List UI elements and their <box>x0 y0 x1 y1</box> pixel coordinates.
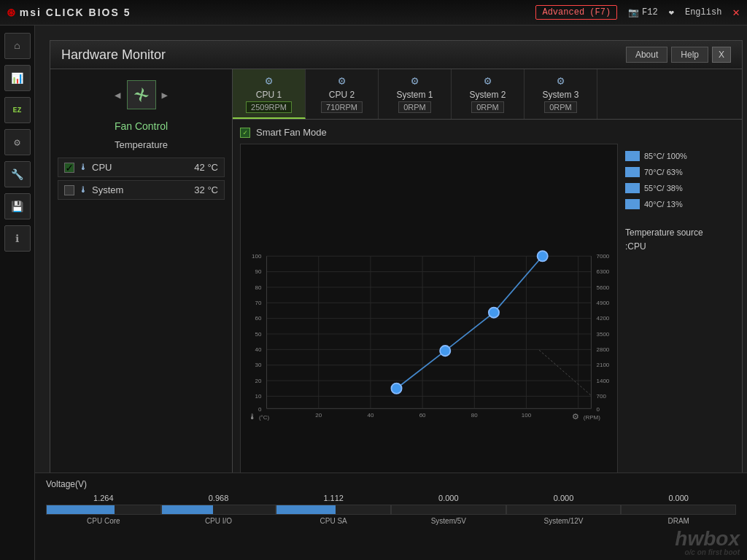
fan-tab-sys2[interactable]: ⚙ System 2 0RPM <box>452 69 525 119</box>
legend-item-3: 55°C/ 38% <box>625 183 735 193</box>
nav-next-icon[interactable]: ▶ <box>162 89 168 101</box>
svg-text:(RPM): (RPM) <box>584 414 600 421</box>
system-temp-checkbox[interactable] <box>64 185 74 195</box>
cpu-temp-value: 42 °C <box>194 162 218 173</box>
advanced-button[interactable]: Advanced (F7) <box>535 5 617 20</box>
cpu-sa-value: 1.112 <box>323 494 344 502</box>
cpu-temp-checkbox[interactable]: ✓ <box>64 163 74 173</box>
svg-text:50: 50 <box>255 331 262 338</box>
svg-text:(°C): (°C) <box>259 414 270 421</box>
smart-fan-checkbox[interactable]: ✓ <box>240 128 250 138</box>
cpu-core-bar <box>46 505 161 515</box>
svg-text:100: 100 <box>522 412 532 419</box>
cpu-io-fill <box>162 505 213 514</box>
temperature-source: Temperature source :CPU <box>625 226 735 254</box>
svg-point-44 <box>440 346 450 356</box>
cpu-io-bar <box>161 505 276 515</box>
fan-tabs: ⚙ CPU 1 2509RPM ⚙ CPU 2 710RPM ⚙ System … <box>233 69 742 120</box>
system-temp-row: 🌡 System 32 °C <box>58 180 225 200</box>
voltage-section: Voltage(V) 1.264 CPU Core 0.968 CPU I/O … <box>35 472 747 560</box>
svg-text:2800: 2800 <box>597 346 610 353</box>
camera-icon: 📷 <box>628 7 639 18</box>
temp-source-label: Temperature source <box>625 228 703 238</box>
voltage-sys5v: 0.000 System/5V <box>391 494 506 525</box>
close-top-button[interactable]: ✕ <box>732 5 740 20</box>
cpu-core-value: 1.264 <box>93 494 114 502</box>
legend-text-3: 55°C/ 38% <box>644 184 683 192</box>
smart-fan-label: Smart Fan Mode <box>256 127 327 138</box>
svg-text:3500: 3500 <box>597 331 610 338</box>
svg-text:40: 40 <box>255 346 262 353</box>
logo-text: msi CLICK BIOS 5 <box>20 7 131 18</box>
legend-color-4 <box>625 199 640 209</box>
fan-tab-cpu2[interactable]: ⚙ CPU 2 710RPM <box>306 69 379 119</box>
voltage-cpu-sa: 1.112 CPU SA <box>276 494 391 525</box>
sidebar-ez-icon[interactable]: EZ <box>4 97 31 123</box>
sys2-fan-icon: ⚙ <box>484 74 492 88</box>
svg-text:1400: 1400 <box>597 378 610 384</box>
sidebar-save-icon[interactable]: 💾 <box>4 193 31 219</box>
cpu-sa-label: CPU SA <box>320 517 347 525</box>
svg-text:4900: 4900 <box>597 300 610 306</box>
svg-point-45 <box>489 308 499 318</box>
cpu-temp-icon: 🌡 <box>79 162 88 173</box>
sys12v-value: 0.000 <box>554 494 574 502</box>
nav-prev-icon[interactable]: ◀ <box>115 89 120 101</box>
svg-text:40: 40 <box>367 412 374 419</box>
about-button[interactable]: About <box>626 47 667 63</box>
sidebar-home-icon[interactable]: ⌂ <box>4 33 31 59</box>
svg-text:90: 90 <box>255 268 262 275</box>
fan-curve-graph[interactable]: 100 90 80 70 60 50 40 30 20 10 0 <box>240 144 618 524</box>
svg-text:10: 10 <box>255 393 262 400</box>
svg-point-43 <box>391 384 401 394</box>
hwbox-sub: o/c on first boot <box>675 549 740 556</box>
legend-text-2: 70°C/ 63% <box>644 168 683 176</box>
fan-tab-sys1[interactable]: ⚙ System 1 0RPM <box>379 69 452 119</box>
sidebar-tools-icon[interactable]: 🔧 <box>4 161 31 187</box>
help-button[interactable]: Help <box>671 47 708 63</box>
temperature-section: Temperature ✓ 🌡 CPU 42 °C <box>58 139 225 203</box>
legend-color-1 <box>625 151 640 161</box>
hw-title-bar: Hardware Monitor About Help X <box>50 41 742 69</box>
cpu1-fan-icon: ⚙ <box>266 74 273 88</box>
fan-tab-cpu1[interactable]: ⚙ CPU 1 2509RPM <box>233 69 306 119</box>
voltage-dram: 0.000 DRAM <box>621 494 736 525</box>
svg-text:5600: 5600 <box>597 284 610 291</box>
fan-control-header: ◀ ▶ <box>115 80 168 109</box>
cpu-sa-bar <box>276 505 391 515</box>
left-sidebar: ⌂ 📊 EZ ⚙ 🔧 💾 ℹ <box>0 26 35 560</box>
voltage-title: Voltage(V) <box>46 479 736 489</box>
cpu-temp-row: ✓ 🌡 CPU 42 °C <box>58 158 225 177</box>
dram-value: 0.000 <box>668 494 689 502</box>
svg-text:7000: 7000 <box>597 253 610 260</box>
sys12v-label: System/12V <box>544 517 584 525</box>
svg-text:🌡: 🌡 <box>249 412 257 421</box>
sys3-fan-icon: ⚙ <box>557 74 565 88</box>
sys5v-bar <box>391 505 506 515</box>
svg-text:100: 100 <box>252 253 262 260</box>
system-temp-value: 32 °C <box>194 184 218 195</box>
sys5v-value: 0.000 <box>438 494 459 502</box>
smart-fan-header: ✓ Smart Fan Mode <box>240 127 735 138</box>
svg-text:700: 700 <box>597 393 607 400</box>
sys5v-label: System/5V <box>431 517 466 525</box>
fan-control-icon <box>127 80 156 109</box>
close-hw-button[interactable]: X <box>712 47 731 63</box>
sidebar-info-icon[interactable]: ℹ <box>4 225 31 252</box>
legend-text-1: 85°C/ 100% <box>644 152 687 160</box>
fan-tab-sys3[interactable]: ⚙ System 3 0RPM <box>525 69 597 119</box>
favorites-button[interactable]: ❤ <box>669 7 674 18</box>
sidebar-monitor-icon[interactable]: 📊 <box>4 65 31 91</box>
f12-button[interactable]: 📷 F12 <box>628 7 658 18</box>
voltage-sys12v: 0.000 System/12V <box>506 494 622 525</box>
language-selector[interactable]: English <box>685 7 721 18</box>
svg-text:20: 20 <box>255 378 262 384</box>
legend-item-1: 85°C/ 100% <box>625 151 735 161</box>
system-temp-left: 🌡 System <box>64 184 123 195</box>
legend-area: 85°C/ 100% 70°C/ 63% 55°C/ 38% <box>618 144 735 524</box>
graph-container: 100 90 80 70 60 50 40 30 20 10 0 <box>240 144 735 524</box>
svg-text:80: 80 <box>471 412 478 419</box>
sidebar-settings-icon[interactable]: ⚙ <box>4 129 31 155</box>
legend-item-2: 70°C/ 63% <box>625 167 735 177</box>
topbar-right: Advanced (F7) 📷 F12 ❤ English ✕ <box>535 5 740 20</box>
